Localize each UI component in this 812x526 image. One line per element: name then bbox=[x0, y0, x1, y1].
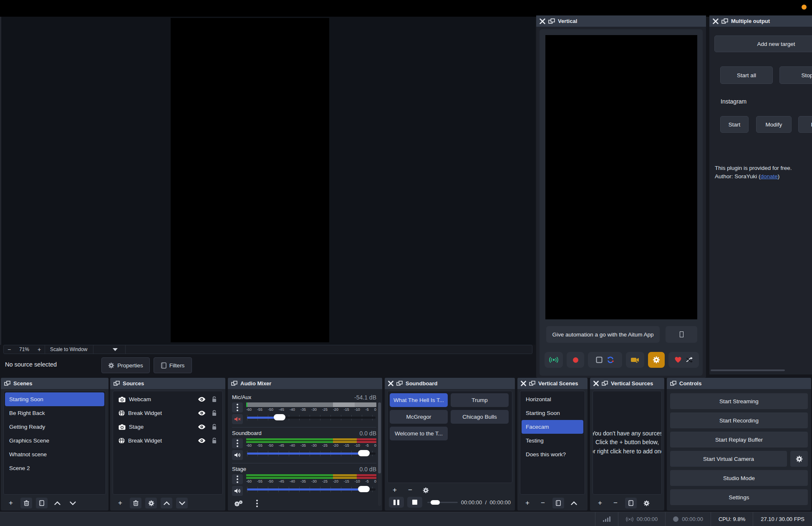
controls-panel-header[interactable]: Controls bbox=[667, 378, 811, 389]
vertical-sources-panel-header[interactable]: Vertical Sources bbox=[590, 378, 664, 389]
sources-panel-header[interactable]: Sources bbox=[110, 378, 225, 389]
unlock-icon[interactable] bbox=[212, 410, 217, 416]
add-source-button[interactable]: + bbox=[114, 498, 126, 508]
vertical-stream-button[interactable] bbox=[545, 352, 563, 368]
slider-handle[interactable] bbox=[274, 414, 285, 420]
scene-filters-button[interactable] bbox=[36, 498, 48, 508]
source-item[interactable]: Break Widget bbox=[114, 434, 221, 448]
vertical-settings-button[interactable] bbox=[648, 352, 665, 368]
zoom-in-button[interactable]: + bbox=[34, 346, 45, 353]
audio-mixer-panel-header[interactable]: Audio Mixer bbox=[228, 378, 382, 389]
start-replay-buffer-button[interactable]: Start Replay Buffer bbox=[670, 432, 808, 448]
scene-item[interactable]: Getting Ready bbox=[5, 420, 104, 434]
visibility-eye-icon[interactable] bbox=[198, 424, 206, 430]
donate-link[interactable]: donate bbox=[761, 173, 778, 180]
mute-button[interactable] bbox=[232, 414, 243, 424]
add-sound-button[interactable]: + bbox=[389, 485, 401, 496]
scene-filters-button[interactable] bbox=[552, 498, 564, 508]
volume-slider[interactable] bbox=[246, 449, 376, 458]
source-properties-button[interactable] bbox=[641, 498, 652, 508]
close-icon[interactable] bbox=[540, 18, 545, 24]
scale-mode-label[interactable]: Scale to Window bbox=[45, 346, 93, 352]
close-icon[interactable] bbox=[521, 381, 526, 386]
advanced-audio-button[interactable] bbox=[233, 498, 245, 509]
slider-handle[interactable] bbox=[431, 500, 440, 505]
virtual-camera-settings-button[interactable] bbox=[790, 451, 808, 467]
soundboard-volume-slider[interactable] bbox=[427, 499, 457, 505]
vertical-scene-item[interactable]: Facecam bbox=[522, 420, 583, 434]
vertical-dock-header[interactable]: Vertical bbox=[536, 15, 706, 27]
move-scene-down-button[interactable] bbox=[67, 498, 78, 508]
channel-menu-button[interactable] bbox=[232, 402, 243, 412]
vertical-scene-item[interactable]: Horizontal bbox=[522, 392, 583, 406]
vertical-record-button[interactable] bbox=[567, 352, 584, 368]
vertical-sources-list[interactable]: You don't have any sources Click the + b… bbox=[593, 391, 662, 495]
remove-scene-button[interactable] bbox=[20, 498, 32, 508]
soundboard-panel-header[interactable]: Soundboard bbox=[385, 378, 515, 389]
main-preview-canvas[interactable] bbox=[0, 17, 535, 345]
start-virtual-camera-button[interactable]: Start Virtual Camera bbox=[670, 451, 787, 467]
add-scene-button[interactable]: + bbox=[5, 498, 17, 508]
vertical-scene-item[interactable]: Starting Soon bbox=[522, 406, 583, 420]
close-icon[interactable] bbox=[713, 18, 719, 24]
vertical-support-share-button[interactable] bbox=[668, 352, 699, 368]
source-item[interactable]: Break Widget bbox=[114, 406, 221, 420]
remove-sound-button[interactable]: − bbox=[404, 485, 416, 496]
target-modify-button[interactable]: Modify bbox=[756, 116, 792, 133]
scene-item[interactable]: Starting Soon bbox=[5, 392, 104, 406]
sound-button[interactable]: Chicago Bulls bbox=[451, 410, 509, 424]
scene-item[interactable]: Graphics Scene bbox=[5, 434, 104, 448]
visibility-eye-icon[interactable] bbox=[198, 397, 206, 402]
unlock-icon[interactable] bbox=[212, 437, 217, 444]
sound-button[interactable]: What The Hell Is T... bbox=[390, 393, 448, 407]
start-all-button[interactable]: Start all bbox=[720, 66, 773, 84]
sound-button[interactable]: Welcome to the T... bbox=[390, 427, 448, 440]
source-properties-button[interactable] bbox=[145, 498, 157, 508]
move-scene-up-button[interactable] bbox=[568, 498, 580, 508]
unlock-icon[interactable] bbox=[212, 424, 217, 430]
aitum-app-button[interactable]: Give automation a go with the Aitum App bbox=[546, 326, 660, 343]
source-filters-button[interactable] bbox=[625, 498, 637, 508]
move-source-up-button[interactable] bbox=[161, 498, 172, 508]
add-scene-button[interactable]: + bbox=[522, 498, 533, 508]
scrollbar-thumb[interactable] bbox=[378, 402, 381, 473]
pause-button[interactable] bbox=[389, 497, 404, 508]
studio-mode-button[interactable]: Studio Mode bbox=[670, 470, 808, 486]
horizontal-scrollbar[interactable] bbox=[711, 369, 785, 371]
multiple-output-header[interactable]: Multiple output bbox=[709, 15, 812, 27]
start-streaming-button[interactable]: Start Streaming bbox=[670, 393, 808, 409]
slider-handle[interactable] bbox=[358, 486, 370, 492]
remove-source-button[interactable]: − bbox=[610, 498, 621, 508]
vertical-scene-item[interactable]: Testing bbox=[522, 434, 583, 448]
chevron-down-icon[interactable] bbox=[113, 348, 118, 351]
sound-button[interactable]: McGregor bbox=[390, 410, 448, 424]
close-icon[interactable] bbox=[593, 381, 599, 386]
volume-slider[interactable] bbox=[246, 413, 376, 422]
scenes-panel-header[interactable]: Scenes bbox=[1, 378, 108, 389]
scene-item[interactable]: Scene 2 bbox=[5, 461, 104, 475]
source-item[interactable]: Stage bbox=[114, 420, 221, 434]
channel-menu-button[interactable] bbox=[232, 474, 243, 484]
mute-button[interactable] bbox=[232, 450, 243, 460]
scene-item[interactable]: Whatnot scene bbox=[5, 448, 104, 461]
aitum-extra-button[interactable] bbox=[666, 326, 697, 343]
panel-menu-button[interactable] bbox=[660, 498, 664, 508]
unlock-icon[interactable] bbox=[212, 396, 217, 402]
scene-item[interactable]: Be Right Back bbox=[5, 406, 104, 420]
stop-all-button[interactable]: Stop all bbox=[779, 66, 812, 84]
move-scene-up-button[interactable] bbox=[51, 498, 63, 508]
stop-button[interactable] bbox=[407, 497, 422, 508]
remove-scene-button[interactable]: − bbox=[537, 498, 549, 508]
channel-menu-button[interactable] bbox=[232, 438, 243, 448]
close-icon[interactable] bbox=[388, 381, 393, 386]
panel-menu-button[interactable] bbox=[587, 498, 588, 508]
slider-handle[interactable] bbox=[358, 450, 370, 456]
target-delete-button[interactable]: Delete bbox=[798, 116, 812, 133]
sound-settings-button[interactable] bbox=[420, 485, 431, 496]
mixer-scrollbar[interactable] bbox=[378, 402, 381, 506]
visibility-eye-icon[interactable] bbox=[198, 410, 206, 416]
filters-button[interactable]: Filters bbox=[154, 357, 192, 373]
vertical-scenes-panel-header[interactable]: Vertical Scenes bbox=[517, 378, 588, 389]
properties-button[interactable]: Properties bbox=[101, 357, 150, 373]
add-source-button[interactable]: + bbox=[594, 498, 606, 508]
